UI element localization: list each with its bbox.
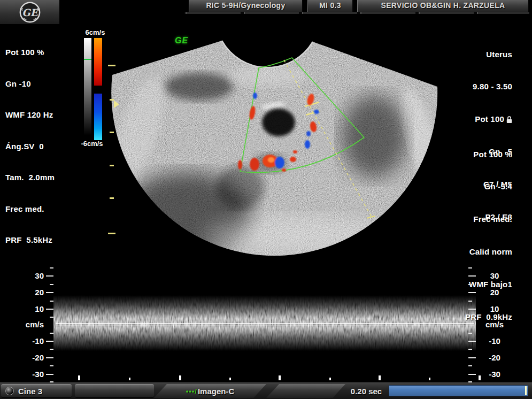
velocity-tick-label: 10 xyxy=(17,304,44,313)
institution-label: SERVICIO OB&GIN H. ZARZUELA xyxy=(357,0,529,12)
softkey-slant-blank[interactable] xyxy=(266,384,345,398)
velocity-tick-label: -10 xyxy=(17,336,44,346)
mode-dots-icon: •••/ xyxy=(186,387,197,395)
param-line: Pot 100 % xyxy=(5,47,55,58)
grayscale-bar xyxy=(84,38,91,135)
bmode-fan-image xyxy=(96,27,460,265)
velocity-scale-min: -6cm/s xyxy=(76,140,107,148)
bottom-toolbar: Cine 3 •••/ Imagen-C 0.20 sec xyxy=(0,382,532,399)
trackball-icon xyxy=(5,387,14,395)
velocity-tick-label: 20 xyxy=(477,288,512,297)
cine-button-label: Cine 3 xyxy=(18,387,42,396)
param-line-locked: Pot 100 xyxy=(473,114,512,125)
mi-value-label: MI 0.3 xyxy=(307,0,353,12)
param-line: Calid norm xyxy=(465,247,512,257)
velocity-tick-label: 30 xyxy=(477,271,512,280)
param-line: 9.80 - 3.50 xyxy=(473,81,512,92)
lock-icon xyxy=(506,116,512,124)
exam-preset-label: Uterus xyxy=(473,49,512,60)
cine-progress-bar[interactable] xyxy=(389,385,528,396)
velocity-axis-unit: cm/s xyxy=(477,320,512,329)
probe-application-label: RIC 5-9H/Gynecology xyxy=(189,0,303,12)
time-axis-ticks xyxy=(78,375,481,380)
spectral-doppler-trace xyxy=(53,295,476,351)
param-line: Tam. 2.0mm xyxy=(5,172,55,183)
image-mode-button[interactable]: •••/ Imagen-C xyxy=(154,384,266,398)
gray-map-marker xyxy=(84,59,91,60)
ultrasound-screen: GE RIC 5-9H/Gynecology MI 0.3 SERVICIO O… xyxy=(0,0,532,399)
doppler-parameters-block: Pot 100 % Gn -10 WMF 120 Hz Áng.SV 0 Tam… xyxy=(5,26,55,266)
velocity-tick-label: 20 xyxy=(17,288,44,297)
sweep-time-label: 0.20 sec xyxy=(344,384,388,398)
topbar-button-row xyxy=(184,12,529,14)
ge-logo-icon: GE xyxy=(19,1,41,24)
flow-colorbar-positive xyxy=(94,38,102,86)
param-line: Frec med. xyxy=(5,204,55,214)
velocity-scale-max: 6cm/s xyxy=(82,28,109,36)
param-line: PRF 5.5kHz xyxy=(5,235,55,245)
ultrasound-image-layer xyxy=(0,0,532,399)
softkey-button-blank[interactable] xyxy=(75,384,154,398)
velocity-tick-label: 10 xyxy=(477,304,512,313)
velocity-tick-label: -30 xyxy=(17,370,44,379)
velocity-tick-label: -20 xyxy=(477,353,512,362)
param-line: WMF 120 Hz xyxy=(5,110,55,120)
flow-colorbar-negative xyxy=(94,94,102,140)
velocity-axis-unit: cm/s xyxy=(17,320,44,329)
velocity-tick-label: 30 xyxy=(17,271,44,280)
velocity-tick-label: -10 xyxy=(477,336,512,346)
param-line: Gn -10 xyxy=(5,79,55,89)
param-line: Áng.SV 0 xyxy=(5,141,55,152)
ge-watermark: GE xyxy=(175,36,188,45)
image-mode-label: Imagen-C xyxy=(198,387,234,396)
svg-text:GE: GE xyxy=(22,6,39,18)
velocity-tick-label: -20 xyxy=(17,353,44,362)
param-line: Frec med. xyxy=(465,214,512,225)
ge-logo-box: GE xyxy=(0,0,60,24)
param-line: Gn -5.4 xyxy=(465,181,512,192)
velocity-tick-label: -30 xyxy=(477,370,512,379)
top-status-bar: GE RIC 5-9H/Gynecology MI 0.3 SERVICIO O… xyxy=(0,0,532,12)
param-line: Pot 100 % xyxy=(465,149,512,160)
progress-position-marker[interactable] xyxy=(525,386,527,395)
cine-button[interactable]: Cine 3 xyxy=(1,384,72,398)
